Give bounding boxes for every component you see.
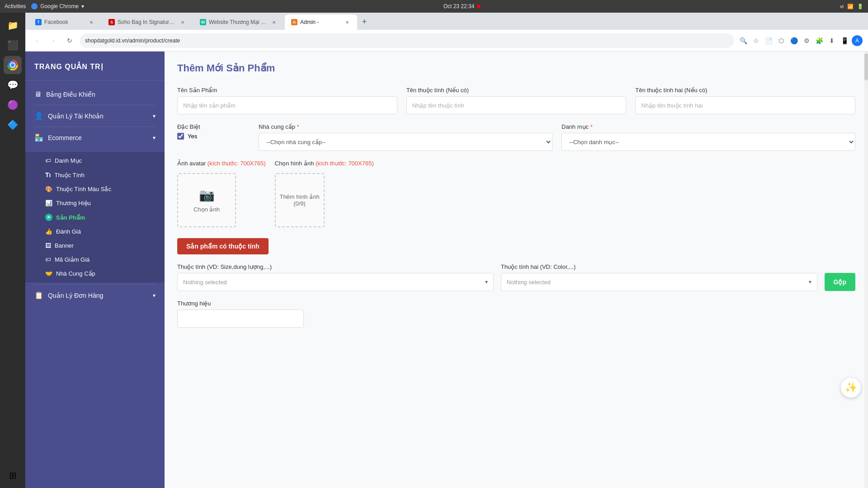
nha-cung-cap-label: Nhà Cung Cấp	[56, 270, 95, 277]
tab-facebook[interactable]: f Facebook ✕	[29, 14, 101, 30]
form-group-attr-name: Tên thuộc tính (Nếu có)	[406, 87, 627, 114]
app-icon-grid[interactable]: ⊞	[4, 466, 22, 484]
recording-dot	[477, 5, 481, 8]
attr-name2-input[interactable]	[635, 96, 855, 114]
scrollbar-thumb[interactable]	[864, 53, 868, 80]
app-icon-chrome[interactable]	[4, 56, 22, 74]
submenu-item-thuoc-tinh[interactable]: Tı Thuộc Tính	[25, 168, 165, 182]
tab-website[interactable]: W Website Thương Mại Đ... ✕	[193, 14, 284, 30]
avatar-size-hint: (kích thước: 700X765)	[208, 160, 266, 167]
app-icon-terminal[interactable]: ⬛	[4, 36, 22, 54]
submenu-item-san-pham[interactable]: P Sản Phẩm	[25, 210, 165, 225]
attr-row: Thuộc tính (VD: Size,dung lượng,...) Not…	[177, 263, 855, 291]
form-group-supplier: Nhà cung cấp * --Chọn nhà cung cấp--	[259, 123, 552, 151]
tab-admin-close[interactable]: ✕	[344, 19, 351, 26]
danh-gia-label: Đánh Giá	[56, 228, 81, 235]
zoom-icon[interactable]: 🔍	[738, 35, 749, 46]
ma-giam-gia-icon: 🏷	[45, 256, 51, 263]
submenu-item-nha-cung-cap[interactable]: 🤝 Nhà Cung Cấp	[25, 267, 165, 281]
sidebar-label-dashboard: Bảng Điều Khiển	[46, 91, 156, 98]
dropdown-arrow[interactable]: ▾	[81, 3, 84, 9]
extension-puzzle-icon[interactable]: 🧩	[814, 35, 825, 46]
app-icon-vscode[interactable]: 🔷	[4, 116, 22, 134]
gallery-image-block: Chọn hình ảnh (kích thước: 700X765) Thêm…	[275, 160, 374, 227]
submenu-item-danh-muc[interactable]: 🏷 Danh Mục	[25, 154, 165, 168]
tab-admin[interactable]: A Admin - ✕	[285, 14, 357, 30]
sidebar-divider3	[34, 284, 156, 285]
sidebar-item-don-hang[interactable]: 📋 Quản Lý Đơn Hàng ▾	[25, 286, 165, 304]
gallery-size-hint: (kích thước: 700X765)	[316, 160, 374, 167]
app-icon-files[interactable]: 📁	[4, 16, 22, 34]
brand-input-placeholder[interactable]	[177, 310, 304, 328]
thuong-hieu-label: Thương Hiệu	[56, 200, 91, 206]
new-tab-button[interactable]: +	[358, 15, 371, 28]
activities-label[interactable]: Activities	[5, 3, 26, 9]
special-checkbox[interactable]	[177, 133, 184, 140]
app-icon-slack[interactable]: 💬	[4, 76, 22, 94]
settings-icon[interactable]: ⚙	[801, 35, 812, 46]
ai-assistant-button[interactable]: ✨	[841, 378, 861, 398]
gallery-add-box[interactable]: Thêm hình ảnh (0/9)	[275, 173, 325, 227]
supplier-select[interactable]: --Chọn nhà cung cấp--	[259, 133, 552, 151]
attr-button[interactable]: Sản phẩm có thuộc tính	[177, 238, 269, 254]
submenu-item-danh-gia[interactable]: 👍 Đánh Giá	[25, 225, 165, 239]
accounts-arrow: ▾	[153, 113, 156, 119]
product-name-input[interactable]	[177, 96, 397, 114]
ai-icon: ✨	[845, 382, 857, 394]
wifi-icon: 📶	[847, 4, 854, 9]
download-icon[interactable]: ⬇	[826, 35, 837, 46]
address-input[interactable]: shopdatgold.id.vn/admin/product/create	[80, 33, 734, 48]
form-row-special: Đặc Biệt Yes Nhà cung cấp * --Chọn nhà c…	[177, 123, 855, 151]
tab-soho[interactable]: S Soho Bag In Signature J... ✕	[102, 14, 193, 30]
sidebar-item-dashboard[interactable]: 🖥 Bảng Điều Khiển	[25, 86, 165, 103]
address-text: shopdatgold.id.vn/admin/product/create	[85, 38, 180, 44]
attr-multiselect2[interactable]: Nothing selected ▾	[501, 273, 817, 291]
gop-button[interactable]: Gộp	[825, 273, 855, 291]
avatar-upload-box[interactable]: 📷 Chọn ảnh	[177, 173, 236, 227]
phone-icon[interactable]: 📱	[839, 35, 850, 46]
forward-button[interactable]: ›	[47, 34, 60, 47]
os-datetime: Oct 23 22:34	[443, 3, 475, 9]
thuoc-tinh-label: Thuộc Tính	[54, 172, 84, 178]
attr-multiselect1-wrapper: Nothing selected ▾	[177, 273, 494, 291]
product-name-label: Tên Sản Phẩm	[177, 87, 397, 94]
avatar-image-title: Ảnh avatar (kích thước: 700X765)	[177, 160, 266, 167]
images-row: Ảnh avatar (kích thước: 700X765) 📷 Chọn …	[177, 160, 855, 227]
ecommerce-submenu: 🏷 Danh Mục Tı Thuộc Tính 🎨 Thuộc Tính Mà…	[25, 152, 165, 282]
attr-name2-label: Tên thuộc tính hai (Nếu có)	[635, 87, 855, 94]
avatar-image-block: Ảnh avatar (kích thước: 700X765) 📷 Chọn …	[177, 160, 266, 227]
back-button[interactable]: ‹	[31, 34, 43, 47]
browser-content: TRANG QUẢN TRỊ 🖥 Bảng Điều Khiển 👤 Quản …	[25, 52, 868, 488]
ma-giam-gia-label: Mã Giảm Giá	[55, 256, 90, 263]
lang-indicator[interactable]: vi	[840, 4, 844, 9]
special-checkbox-label: Yes	[188, 133, 197, 140]
reload-button[interactable]: ↻	[63, 34, 76, 47]
tab-facebook-close[interactable]: ✕	[88, 19, 95, 26]
sidebar-item-accounts[interactable]: 👤 Quản Lý Tài Khoản ▾	[25, 107, 165, 125]
submenu-item-banner[interactable]: 🖼 Banner	[25, 239, 165, 253]
tab-soho-close[interactable]: ✕	[179, 19, 186, 26]
extension-icon2[interactable]: ⬡	[776, 35, 787, 46]
attr-button-row: Sản phẩm có thuộc tính	[177, 238, 855, 263]
extension-icon3[interactable]: 🔵	[788, 35, 799, 46]
tab-website-close[interactable]: ✕	[270, 19, 278, 26]
mau-sac-icon: 🎨	[45, 186, 52, 192]
sidebar-divider2	[34, 127, 156, 127]
chrome-indicator: Google Chrome ▾	[31, 3, 84, 9]
ecommerce-icon: 🏪	[34, 133, 43, 142]
sidebar-item-ecommerce[interactable]: 🏪 Ecommerce ▾	[25, 129, 165, 146]
submenu-item-thuong-hieu[interactable]: 📊 Thương Hiệu	[25, 196, 165, 210]
category-select[interactable]: --Chọn danh mục--	[561, 133, 855, 151]
special-checkbox-row: Yes	[177, 133, 250, 140]
page-title: Thêm Mới Sản Phẩm	[177, 62, 855, 74]
attr-multiselect1[interactable]: Nothing selected ▾	[177, 273, 494, 291]
extension-icon1[interactable]: 📄	[763, 35, 774, 46]
submenu-item-ma-giam-gia[interactable]: 🏷 Mã Giảm Giá	[25, 253, 165, 267]
attr-name-input[interactable]	[406, 96, 627, 114]
app-icon-phpstorm[interactable]: 🟣	[4, 96, 22, 114]
profile-icon[interactable]: A	[852, 35, 863, 46]
attr-group-2: Thuộc tính hai (VD: Color,...) Nothing s…	[501, 263, 817, 291]
submenu-item-thuoc-tinh-mau-sac[interactable]: 🎨 Thuộc Tính Màu Sắc	[25, 182, 165, 196]
bookmark-icon[interactable]: ☆	[750, 35, 761, 46]
avatar-upload-label: Chọn ảnh	[193, 206, 220, 213]
